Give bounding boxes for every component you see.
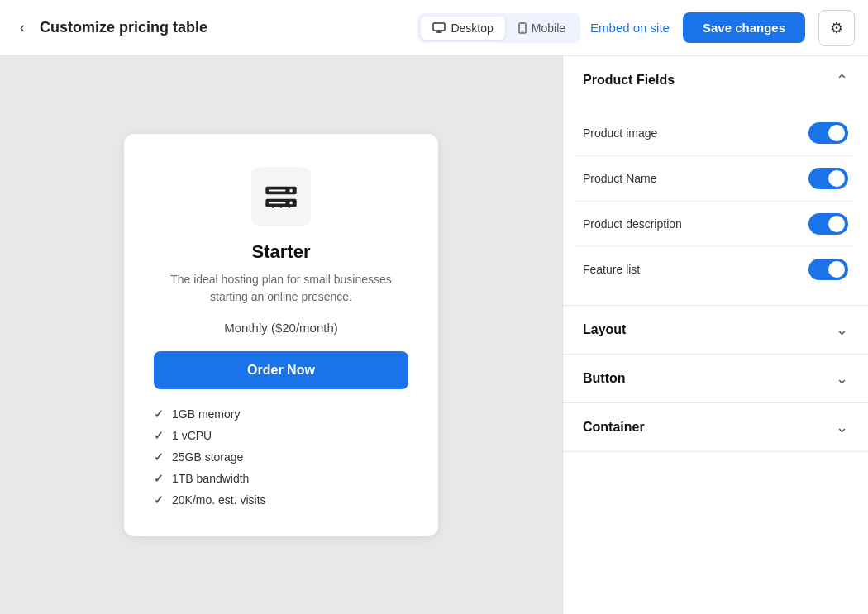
list-item: ✓25GB storage — [154, 450, 408, 464]
list-item: ✓1 vCPU — [154, 429, 408, 442]
desktop-icon — [432, 22, 446, 33]
toggle-feature-list[interactable] — [808, 259, 848, 280]
chevron-down-icon: ⌄ — [836, 369, 848, 388]
list-item: ✓20K/mo. est. visits — [154, 493, 408, 507]
toggle-slider — [808, 259, 848, 280]
field-row: Product Name — [576, 156, 855, 202]
checkmark-icon: ✓ — [154, 407, 164, 421]
desktop-label: Desktop — [451, 21, 493, 35]
product-description: The ideal hosting plan for small busines… — [154, 271, 408, 306]
gear-icon: ⚙ — [830, 19, 843, 37]
toggle-product-name[interactable] — [808, 168, 848, 189]
right-panel: Product Fields ⌃ Product imageProduct Na… — [562, 56, 868, 614]
toggle-slider — [808, 213, 848, 235]
checkmark-icon: ✓ — [154, 472, 164, 485]
chevron-up-icon: ⌃ — [836, 71, 848, 89]
field-row: Product description — [576, 202, 855, 247]
product-image — [251, 167, 311, 226]
checkmark-icon: ✓ — [154, 429, 164, 442]
mobile-label: Mobile — [532, 21, 565, 35]
save-changes-button[interactable]: Save changes — [683, 12, 805, 43]
field-row: Feature list — [576, 247, 855, 292]
button-title: Button — [583, 371, 626, 386]
view-toggle: Desktop Mobile — [417, 13, 580, 43]
toggle-product-description[interactable] — [808, 213, 848, 235]
product-price: Monthly ($20/month) — [224, 321, 338, 335]
layout-section: Layout ⌄ — [563, 306, 868, 355]
chevron-down-icon: ⌄ — [836, 321, 848, 339]
svg-point-4 — [522, 31, 523, 32]
mobile-icon — [518, 22, 527, 34]
checkmark-icon: ✓ — [154, 493, 164, 507]
product-fields-title: Product Fields — [583, 73, 675, 88]
field-row: Product image — [576, 111, 855, 156]
order-now-button[interactable]: Order Now — [154, 351, 408, 389]
field-label: Product description — [583, 217, 682, 231]
svg-line-11 — [270, 207, 274, 208]
settings-button[interactable]: ⚙ — [818, 10, 855, 46]
svg-line-13 — [289, 207, 292, 208]
toggle-slider — [808, 168, 848, 189]
toggle-slider — [808, 122, 848, 144]
toggle-product-image[interactable] — [808, 122, 848, 144]
layout-title: Layout — [583, 322, 626, 337]
svg-point-7 — [289, 189, 293, 193]
main-layout: Starter The ideal hosting plan for small… — [0, 56, 868, 614]
header-left: ‹ Customize pricing table — [13, 16, 408, 40]
svg-rect-0 — [433, 23, 445, 31]
server-icon — [264, 185, 298, 208]
container-title: Container — [583, 420, 645, 435]
desktop-view-button[interactable]: Desktop — [421, 17, 504, 40]
product-fields-content: Product imageProduct NameProduct descrip… — [563, 104, 868, 305]
list-item: ✓1TB bandwidth — [154, 472, 408, 485]
header: ‹ Customize pricing table Desktop Mobile… — [0, 0, 868, 56]
back-button[interactable]: ‹ — [13, 16, 31, 40]
page-title: Customize pricing table — [40, 19, 207, 36]
field-label: Feature list — [583, 263, 640, 276]
container-section: Container ⌄ — [563, 403, 868, 452]
header-right: Embed on site Save changes ⚙ — [590, 10, 855, 46]
product-fields-section: Product Fields ⌃ Product imageProduct Na… — [563, 56, 868, 306]
mobile-view-button[interactable]: Mobile — [507, 17, 577, 40]
field-label: Product Name — [583, 172, 656, 185]
preview-area: Starter The ideal hosting plan for small… — [0, 56, 562, 614]
svg-point-8 — [289, 202, 293, 205]
product-name: Starter — [252, 241, 311, 263]
embed-on-site-button[interactable]: Embed on site — [590, 21, 670, 35]
product-fields-header[interactable]: Product Fields ⌃ — [563, 56, 868, 104]
field-label: Product image — [583, 126, 657, 140]
feature-list: ✓1GB memory✓1 vCPU✓25GB storage✓1TB band… — [154, 407, 408, 507]
layout-header[interactable]: Layout ⌄ — [563, 306, 868, 354]
button-header[interactable]: Button ⌄ — [563, 355, 868, 402]
list-item: ✓1GB memory — [154, 407, 408, 421]
chevron-down-icon: ⌄ — [836, 418, 848, 436]
button-section: Button ⌄ — [563, 355, 868, 403]
checkmark-icon: ✓ — [154, 450, 164, 464]
container-header[interactable]: Container ⌄ — [563, 403, 868, 451]
product-card: Starter The ideal hosting plan for small… — [124, 134, 438, 536]
